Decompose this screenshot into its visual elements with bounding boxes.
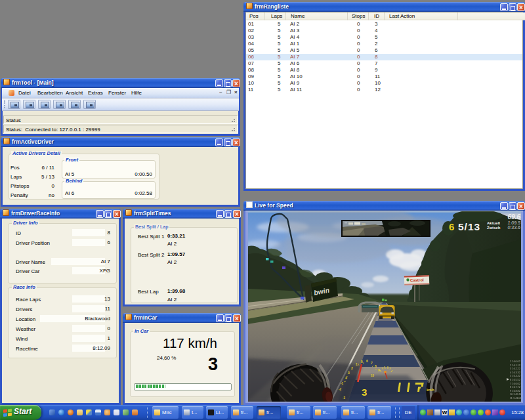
svg-text:10: 10 <box>371 374 375 377</box>
svg-text:9 1:48.82: 9 1:48.82 <box>510 390 520 392</box>
svg-text:Castrol: Castrol <box>410 278 424 283</box>
svg-text:69.6: 69.6 <box>508 213 521 220</box>
svg-text:6 1:45.52: 6 1:45.52 <box>510 379 520 381</box>
svg-text:Zwisch: Zwisch <box>487 226 501 230</box>
svg-text:10 1:49.92: 10 1:49.92 <box>510 393 521 396</box>
svg-text:1: 1 <box>356 362 358 366</box>
svg-text:-1: -1 <box>341 382 343 385</box>
svg-text:Aktuell: Aktuell <box>487 221 500 225</box>
svg-text:8: 8 <box>375 364 377 368</box>
svg-text:3 1:42.22: 3 1:42.22 <box>510 368 520 370</box>
svg-text:-3: -3 <box>343 396 345 400</box>
svg-text:2: 2 <box>351 366 353 370</box>
svg-text:1:09.5: 1:09.5 <box>508 220 521 225</box>
svg-text:4 1:43.32: 4 1:43.32 <box>510 371 520 374</box>
svg-text:5/13: 5/13 <box>458 221 480 232</box>
svg-text:0:33.6: 0:33.6 <box>508 225 521 230</box>
svg-text:3: 3 <box>348 371 350 375</box>
svg-text:3: 3 <box>362 387 367 398</box>
svg-text:9: 9 <box>378 368 380 372</box>
svg-text:6: 6 <box>449 221 454 232</box>
svg-text:5: 5 <box>361 360 363 364</box>
svg-text:km/h: km/h <box>427 388 434 392</box>
svg-text:5 1:44.42: 5 1:44.42 <box>510 375 520 377</box>
svg-text:7: 7 <box>371 361 373 365</box>
svg-text:2 1:41.12: 2 1:41.12 <box>510 364 520 367</box>
svg-text:-2: -2 <box>339 388 341 391</box>
svg-text:1 1:40.02: 1 1:40.02 <box>510 360 520 363</box>
svg-text:11 1:410.102: 11 1:410.102 <box>510 397 521 400</box>
svg-text:7 1:46.62: 7 1:46.62 <box>510 383 520 385</box>
svg-text:8 1:47.72: 8 1:47.72 <box>510 386 520 388</box>
svg-text:6: 6 <box>366 359 368 363</box>
